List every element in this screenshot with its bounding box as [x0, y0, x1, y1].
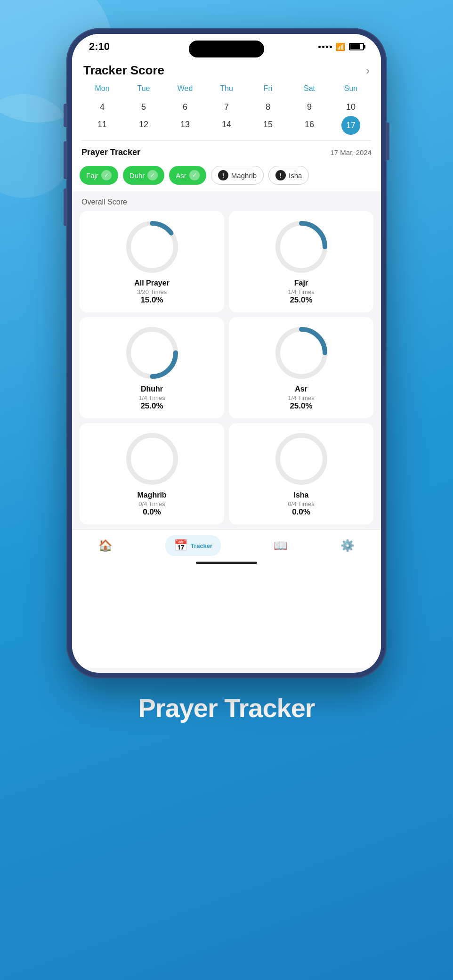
pill-duhr-check: ✓ [147, 170, 158, 180]
score-card-fajr: Fajr 1/4 Times 25.0% [229, 211, 373, 312]
score-percent-isha: 0.0% [292, 507, 310, 517]
cal-date-15[interactable]: 15 [247, 116, 289, 135]
donut-maghrib [124, 431, 180, 487]
score-name-all-prayer: All Prayer [134, 279, 170, 287]
overall-score-label: Overall Score [81, 198, 127, 206]
tab-home[interactable]: 🏠 [98, 539, 113, 552]
day-label-wed: Wed [164, 82, 206, 95]
pill-asr-check: ✓ [189, 170, 200, 180]
prayer-pills-row: Fajr ✓ Duhr ✓ Asr ✓ ! Maghrib ! Isha [72, 162, 381, 191]
score-percent-dhuhr: 25.0% [140, 401, 163, 411]
donut-asr [273, 325, 330, 381]
tab-tracker-pill: 📅 Tracker [165, 535, 221, 556]
pill-maghrib-warning: ! [218, 170, 228, 180]
day-label-sat: Sat [289, 82, 330, 95]
tab-tracker[interactable]: 📅 Tracker [165, 535, 221, 556]
score-fraction-isha: 0/4 Times [288, 500, 314, 507]
chevron-right-icon[interactable]: › [366, 64, 370, 77]
prayer-tracker-header: Prayer Tracker 17 Mar, 2024 [72, 141, 381, 162]
app-header: Tracker Score › [72, 56, 381, 82]
calendar-icon: 📅 [174, 539, 188, 552]
cal-date-11[interactable]: 11 [81, 116, 123, 135]
home-icon: 🏠 [98, 539, 113, 552]
pill-asr-label: Asr [176, 172, 186, 180]
phone-notch [189, 41, 264, 57]
score-percent-all-prayer: 15.0% [140, 295, 163, 305]
pill-isha[interactable]: ! Isha [268, 166, 309, 185]
calendar: Mon Tue Wed Thu Fri Sat Sun 4 5 6 7 8 9 … [72, 82, 381, 140]
cal-date-13[interactable]: 13 [164, 116, 206, 135]
score-name-fajr: Fajr [294, 279, 308, 287]
donut-dhuhr [124, 325, 180, 381]
pill-isha-warning: ! [275, 170, 286, 180]
day-label-tue: Tue [123, 82, 164, 95]
score-percent-maghrib: 0.0% [143, 507, 161, 517]
pill-maghrib-label: Maghrib [231, 172, 257, 180]
cal-date-5[interactable]: 5 [123, 98, 164, 116]
pill-maghrib[interactable]: ! Maghrib [211, 166, 264, 185]
tab-bar: 🏠 📅 Tracker 📖 ⚙️ [72, 529, 381, 560]
status-icons: 📶 [318, 42, 364, 51]
cal-date-12[interactable]: 12 [123, 116, 164, 135]
day-label-thu: Thu [206, 82, 247, 95]
day-label-sun: Sun [330, 82, 372, 95]
day-label-mon: Mon [81, 82, 123, 95]
pill-isha-label: Isha [289, 172, 302, 180]
score-fraction-maghrib: 0/4 Times [138, 500, 165, 507]
cal-date-4[interactable]: 4 [81, 98, 123, 116]
score-name-maghrib: Maghrib [137, 491, 166, 499]
pill-fajr[interactable]: Fajr ✓ [80, 166, 118, 185]
cal-date-7[interactable]: 7 [206, 98, 247, 116]
tab-learn[interactable]: 📖 [274, 539, 288, 552]
status-bar: 2:10 📶 [72, 34, 381, 56]
pill-fajr-check: ✓ [101, 170, 112, 180]
score-name-dhuhr: Dhuhr [141, 385, 163, 393]
app-content: Tracker Score › Mon Tue Wed Thu Fri Sat … [72, 56, 381, 668]
score-fraction-all-prayer: 3/20 Times [137, 288, 167, 295]
calendar-days-header: Mon Tue Wed Thu Fri Sat Sun [81, 82, 372, 95]
score-card-isha: Isha 0/4 Times 0.0% [229, 423, 373, 524]
status-time: 2:10 [89, 41, 110, 53]
calendar-week1: 4 5 6 7 8 9 10 [81, 98, 372, 116]
home-indicator [196, 562, 257, 564]
score-card-dhuhr: Dhuhr 1/4 Times 25.0% [80, 317, 224, 418]
svg-point-8 [129, 435, 176, 482]
pill-duhr-label: Duhr [129, 172, 145, 180]
score-name-asr: Asr [295, 385, 307, 393]
score-fraction-fajr: 1/4 Times [288, 288, 314, 295]
score-cards-grid: All Prayer 3/20 Times 15.0% Fajr 1/4 Tim… [72, 211, 381, 529]
cal-date-8[interactable]: 8 [247, 98, 289, 116]
cal-date-16[interactable]: 16 [289, 116, 330, 135]
donut-all-prayer [124, 219, 180, 275]
pill-asr[interactable]: Asr ✓ [169, 166, 206, 185]
score-card-all-prayer: All Prayer 3/20 Times 15.0% [80, 211, 224, 312]
calendar-week2: 11 12 13 14 15 16 17 [81, 116, 372, 135]
page-title: Tracker Score [83, 63, 164, 78]
score-fraction-dhuhr: 1/4 Times [138, 394, 165, 401]
score-card-asr: Asr 1/4 Times 25.0% [229, 317, 373, 418]
score-name-isha: Isha [293, 491, 308, 499]
book-icon: 📖 [274, 539, 288, 552]
cal-date-17-selected[interactable]: 17 [341, 116, 360, 135]
phone-screen: 2:10 📶 Tracker Score › [72, 34, 381, 673]
score-percent-asr: 25.0% [290, 401, 312, 411]
donut-fajr [273, 219, 330, 275]
day-label-fri: Fri [247, 82, 289, 95]
signal-dots [318, 46, 332, 48]
cal-date-9[interactable]: 9 [289, 98, 330, 116]
battery-icon [349, 43, 364, 50]
gear-icon: ⚙️ [340, 539, 355, 552]
overall-score-section: Overall Score [72, 191, 381, 211]
pill-fajr-label: Fajr [86, 172, 98, 180]
pill-duhr[interactable]: Duhr ✓ [123, 166, 165, 185]
cal-date-10[interactable]: 10 [330, 98, 372, 116]
cal-date-6[interactable]: 6 [164, 98, 206, 116]
app-name-section: Prayer Tracker [138, 693, 315, 723]
tab-tracker-label: Tracker [191, 542, 212, 549]
tab-settings[interactable]: ⚙️ [340, 539, 355, 552]
prayer-tracker-date: 17 Mar, 2024 [330, 148, 372, 156]
phone-frame: 2:10 📶 Tracker Score › [66, 28, 387, 678]
cal-date-14[interactable]: 14 [206, 116, 247, 135]
wifi-icon: 📶 [336, 42, 345, 51]
app-name-label: Prayer Tracker [138, 693, 315, 723]
